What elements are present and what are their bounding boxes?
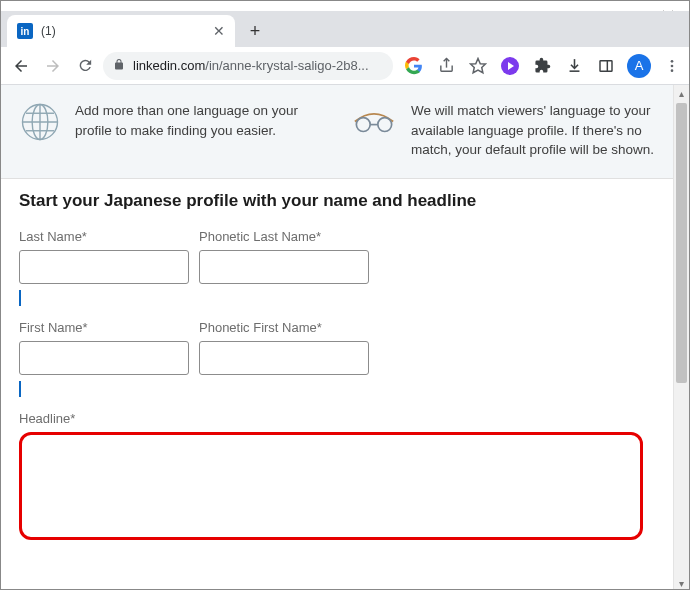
- extensions-puzzle-icon[interactable]: [531, 55, 553, 77]
- forward-button[interactable]: [39, 52, 67, 80]
- phonetic-first-name-label: Phonetic First Name*: [199, 320, 369, 335]
- url-text: linkedin.com/in/anne-krystal-saligo-2b8.…: [133, 58, 383, 73]
- svg-rect-5: [600, 60, 612, 71]
- svg-marker-4: [471, 58, 486, 72]
- new-tab-button[interactable]: +: [241, 17, 269, 45]
- svg-point-7: [671, 60, 674, 63]
- phonetic-last-name-label: Phonetic Last Name*: [199, 229, 369, 244]
- svg-point-8: [671, 64, 674, 67]
- panel-icon[interactable]: [595, 55, 617, 77]
- phonetic-last-name-input[interactable]: [199, 250, 369, 284]
- profile-avatar[interactable]: A: [627, 54, 651, 78]
- vertical-scrollbar[interactable]: ▴ ▾: [673, 85, 689, 590]
- page-content: Add more than one language on your profi…: [1, 85, 673, 590]
- info-banner: Add more than one language on your profi…: [1, 85, 673, 179]
- linkedin-favicon: in: [17, 23, 33, 39]
- headline-label: Headline*: [19, 411, 655, 426]
- download-icon[interactable]: [563, 55, 585, 77]
- back-button[interactable]: [7, 52, 35, 80]
- lock-icon: [113, 58, 125, 74]
- tab-title: (1): [41, 24, 205, 38]
- svg-point-17: [378, 118, 392, 132]
- banner-text-left: Add more than one language on your profi…: [75, 101, 323, 160]
- headline-input[interactable]: [19, 432, 643, 540]
- browser-toolbar: linkedin.com/in/anne-krystal-saligo-2b8.…: [1, 47, 689, 85]
- scroll-down-icon[interactable]: ▾: [674, 575, 689, 590]
- globe-icon: [19, 101, 61, 143]
- reload-button[interactable]: [71, 52, 99, 80]
- svg-point-9: [671, 69, 674, 72]
- google-icon[interactable]: [403, 55, 425, 77]
- glasses-icon: [351, 103, 397, 137]
- scroll-up-icon[interactable]: ▴: [674, 85, 689, 101]
- last-name-label: Last Name*: [19, 229, 189, 244]
- address-bar[interactable]: linkedin.com/in/anne-krystal-saligo-2b8.…: [103, 52, 393, 80]
- banner-text-right: We will match viewers' language to your …: [411, 101, 655, 160]
- kebab-menu-icon[interactable]: [661, 55, 683, 77]
- bookmark-star-icon[interactable]: [467, 55, 489, 77]
- svg-point-16: [356, 118, 370, 132]
- form-heading: Start your Japanese profile with your na…: [19, 191, 655, 211]
- first-name-input[interactable]: [19, 341, 189, 375]
- first-name-label: First Name*: [19, 320, 189, 335]
- scroll-thumb[interactable]: [676, 103, 687, 383]
- close-tab-icon[interactable]: ✕: [213, 23, 225, 39]
- play-extension-icon[interactable]: [499, 55, 521, 77]
- last-name-input[interactable]: [19, 250, 189, 284]
- browser-tab[interactable]: in (1) ✕: [7, 15, 235, 47]
- tab-strip: in (1) ✕ +: [1, 11, 689, 47]
- phonetic-first-name-input[interactable]: [199, 341, 369, 375]
- caret-indicator: [19, 290, 21, 306]
- caret-indicator: [19, 381, 21, 397]
- share-icon[interactable]: [435, 55, 457, 77]
